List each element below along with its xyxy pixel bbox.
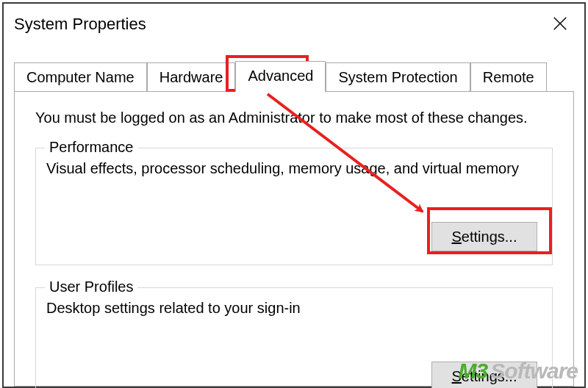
performance-settings-button[interactable]: Settings... xyxy=(431,222,537,251)
performance-groupbox: Performance Visual effects, processor sc… xyxy=(35,148,553,265)
close-icon xyxy=(552,15,568,32)
dialog-frame: System Properties Computer Name Hardware… xyxy=(2,2,586,388)
admin-note: You must be logged on as an Administrato… xyxy=(35,109,528,126)
settings-hotkey: S xyxy=(452,368,462,385)
tab-hardware[interactable]: Hardware xyxy=(147,62,236,93)
user-profiles-desc: Desktop settings related to your sign-in xyxy=(46,300,542,317)
tab-computer-name[interactable]: Computer Name xyxy=(14,62,147,93)
tabstrip: Computer Name Hardware Advanced System P… xyxy=(14,61,547,92)
settings-hotkey: S xyxy=(452,229,462,245)
user-profiles-legend: User Profiles xyxy=(45,279,137,295)
settings-label-rest: ettings... xyxy=(462,229,517,245)
window-title: System Properties xyxy=(14,15,146,34)
performance-legend: Performance xyxy=(45,139,138,156)
tab-remote[interactable]: Remote xyxy=(470,62,547,93)
tab-system-protection[interactable]: System Protection xyxy=(326,62,470,93)
user-profiles-groupbox: User Profiles Desktop settings related t… xyxy=(35,287,553,388)
performance-desc: Visual effects, processor scheduling, me… xyxy=(46,160,542,177)
advanced-tab-panel: You must be logged on as an Administrato… xyxy=(14,91,574,387)
settings-label-rest: ettings... xyxy=(462,368,517,385)
close-button[interactable] xyxy=(543,8,577,39)
user-profiles-settings-button[interactable]: Settings... xyxy=(431,362,537,388)
titlebar: System Properties xyxy=(4,4,584,45)
tab-advanced[interactable]: Advanced xyxy=(235,61,326,93)
